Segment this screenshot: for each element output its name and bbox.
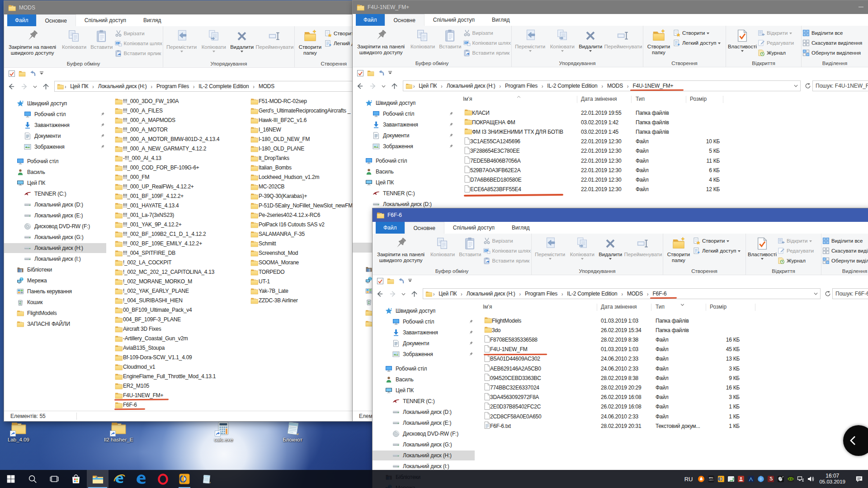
sidebar-item-мережа[interactable]: Мережа	[4, 276, 106, 286]
sidebar-item-flightmodels[interactable]: FlightModels	[4, 308, 106, 318]
opera-button[interactable]	[152, 470, 174, 488]
file-list-item[interactable]: Cloudmod_v1	[115, 362, 249, 372]
start-button[interactable]	[0, 470, 22, 488]
sidebar-item-зображення[interactable]: Зображення	[373, 349, 475, 359]
ribbon-button-open[interactable]: Відкрити	[758, 28, 794, 38]
sidebar-item-василь[interactable]: Василь	[373, 375, 475, 385]
sidebar-item-документи[interactable]: Документи	[373, 338, 475, 348]
file-list-item[interactable]: !_002_YAK_EARLY_PLANE	[115, 286, 249, 296]
sidebar-item-локальний-диск-d:-[interactable]: Локальний диск (D:)	[4, 200, 106, 210]
file-list-item[interactable]: ER2_M105	[115, 381, 249, 391]
sidebar-item-цей-пк[interactable]: Цей ПК	[4, 178, 106, 188]
tr-globe-tray-icon[interactable]	[756, 470, 766, 488]
breadcrumb-item[interactable]: Локальний диск (H:)	[463, 291, 519, 297]
sidebar-item-василь[interactable]: Василь	[353, 167, 455, 177]
breadcrumb-item[interactable]: F4U-1NEW_FM+	[629, 83, 676, 89]
sidebar-item-швидкий-доступ[interactable]: Швидкий доступ	[373, 306, 475, 316]
sidebar-item-панель-керування[interactable]: Панель керування	[4, 286, 106, 296]
ribbon-button-selnone[interactable]: Скасувати виділення	[822, 246, 868, 256]
ribbon-button-newfolder[interactable]: Створити папку	[644, 27, 673, 60]
ribbon-button-copy[interactable]: Копіювати	[60, 27, 89, 60]
sidebar-item-локальний-диск-g:-[interactable]: Локальний диск (G:)	[373, 440, 475, 450]
sidebar-item-швидкий-доступ[interactable]: Швидкий доступ	[353, 98, 455, 108]
file-list-item[interactable]: Gerd's_UltimateReciprocatingAircrafts _	[250, 106, 352, 116]
file-list-item[interactable]: !!!_002_BF_109E_EMILY_4.12.2+	[115, 239, 249, 249]
qat-properties-check[interactable]	[357, 70, 364, 77]
sidebar-item-зображення[interactable]: Зображення	[353, 141, 455, 151]
titlebar[interactable]: F4U-1NEW_FM+	[353, 0, 868, 14]
tab-view[interactable]: Вигляд	[503, 222, 538, 234]
column-header-size[interactable]: Розмір	[690, 96, 707, 102]
task-view-button[interactable]	[43, 470, 65, 488]
desktop-shortcut-il2-hasher-e[interactable]: Il2 hasher_E	[101, 421, 136, 442]
sidebar-item-бібліотеки[interactable]: Бібліотеки	[4, 265, 106, 275]
notepad-button[interactable]	[195, 470, 217, 488]
file-list-item[interactable]: !!!_000_A_MOTOR	[115, 125, 249, 135]
back-button[interactable]	[353, 81, 366, 91]
recent-locations-button[interactable]	[31, 82, 39, 92]
sidebar-item-локальний-диск-i:-[interactable]: Локальний диск (I:)	[4, 254, 106, 264]
sidebar-item-локальний-диск-h:-[interactable]: Локальний диск (H:)	[373, 450, 475, 460]
file-row[interactable]: 2E0D37B85402FC2C26.02.2019 16:08Файл1 КБ	[475, 402, 868, 412]
tr-steel-tray-icon[interactable]	[766, 470, 776, 488]
file-list-item[interactable]: !!!_000_A_MOTOR_BMW-801D-2_4.13.4	[115, 135, 249, 144]
ribbon-button-pin[interactable]: Закріпити на панелі швидкого доступу	[373, 235, 428, 267]
file-list-item[interactable]: I-180_OLD_PLANE	[250, 144, 352, 154]
ribbon-button-paste[interactable]: Вставити	[457, 235, 483, 267]
breadcrumb-item[interactable]: Цей ПК	[67, 83, 91, 89]
file-row[interactable]: 3C1AE55CA124569622.01.2019 12:30Файл10 К…	[455, 137, 868, 146]
file-list-item[interactable]: !!!_000_A_FILES	[115, 106, 249, 116]
sidebar-item-документи[interactable]: Документи	[353, 131, 455, 141]
file-list-item[interactable]: 004_BF_109F-3_PLANE	[115, 315, 249, 324]
file-list-item[interactable]: Italian_Bombs	[250, 163, 352, 173]
file-list-item[interactable]: !!!_000_COD_FOR_BF-109G-6+	[115, 163, 249, 173]
ribbon-button-copyto[interactable]: Копіювати	[547, 27, 577, 60]
ribbon-button-pin[interactable]: Закріпити на панелі швидкого доступу	[354, 27, 408, 60]
file-list-item[interactable]: -Artillery_Coastal_Gun_v2m	[115, 334, 249, 343]
file-list-item[interactable]: Screenshot_Mod	[250, 249, 352, 258]
tab-home[interactable]: Основне	[405, 222, 444, 234]
ribbon-button-pasteshort[interactable]: Вставити ярлик	[463, 48, 511, 58]
ribbon-button-copy[interactable]: Копіювати	[408, 27, 437, 60]
desktop-shortcut-lab-4-09[interactable]: Lab_4.09	[1, 421, 36, 442]
ribbon-button-cut[interactable]: Вирізати	[463, 28, 511, 38]
qat-undo[interactable]	[29, 70, 36, 77]
sidebar-item-василь[interactable]: Василь	[4, 167, 106, 177]
file-row[interactable]: 774BBC32E633702428.02.2019 20:29Файл16 К…	[475, 383, 868, 392]
taskbar-clock[interactable]: 16:07 05.03.2019	[816, 473, 850, 485]
refresh-button[interactable]	[825, 288, 831, 299]
column-header-date[interactable]: Дата змінення	[581, 96, 617, 102]
tr-net-tray-icon[interactable]	[796, 470, 806, 488]
sidebar-item-tenner-c:-[interactable]: TENNER (C:)	[373, 396, 475, 406]
sidebar-item-робочий-стіл[interactable]: Робочий стіл	[4, 156, 106, 166]
file-list-item[interactable]: F6F-6	[115, 400, 249, 410]
tab-file[interactable]: Файл	[356, 14, 385, 26]
sidebar-item-швидкий-доступ[interactable]: Швидкий доступ	[4, 99, 106, 108]
action-center-button[interactable]	[850, 470, 868, 488]
ribbon-button-move[interactable]: Перемістити	[513, 27, 547, 60]
tr-person-tray-icon[interactable]	[736, 470, 746, 488]
file-row[interactable]: 7EDE5B4606B7056A22.01.2019 12:30Файл11 К…	[455, 156, 868, 165]
forward-button[interactable]	[366, 81, 380, 91]
internet-explorer-button[interactable]	[108, 470, 130, 488]
breadcrumb-item[interactable]: Program Files	[153, 83, 192, 89]
sidebar-item-документи[interactable]: Документи	[4, 131, 106, 141]
file-list-item[interactable]: I_16NEW	[250, 125, 352, 135]
file-row[interactable]: ECE6A8523BFF55E422.01.2019 12:30Файл12 К…	[455, 185, 868, 194]
file-list-item[interactable]: Lockheed_Hudson_v1.2m	[250, 173, 352, 182]
forward-button[interactable]	[18, 82, 31, 92]
file-row[interactable]: F4U-1NEW_FM01.03.2019 1:03Файл45 КБ	[475, 345, 868, 354]
file-list-item[interactable]: Yak-7B_Late	[250, 286, 352, 296]
column-header-name[interactable]: Ім'я	[483, 304, 492, 310]
file-row[interactable]: 3DA4563092972F8A26.02.2019 16:08Файл3 КБ	[475, 393, 868, 402]
ribbon-button-pasteshort[interactable]: Вставити ярлик	[115, 48, 162, 58]
qat-undo[interactable]	[377, 70, 385, 77]
ribbon-button-easyaccess[interactable]: Легкий доступ	[693, 246, 741, 256]
sidebar-item-завантаження[interactable]: Завантаження	[353, 120, 455, 130]
file-row[interactable]: 3F288654E3C780EE22.01.2019 12:30Файл5 КБ	[455, 146, 868, 156]
breadcrumb-item[interactable]: IL-2 Complete Edition	[564, 291, 620, 297]
file-row[interactable]: B5A01D44609AC30224.06.2010 2:33Файл13 КБ	[475, 354, 868, 364]
sidebar-item-робочий-стіл[interactable]: Робочий стіл	[373, 317, 475, 327]
file-list-item[interactable]: !!!_001_La-7(3xNS23)	[115, 211, 249, 220]
file-list-item[interactable]: Pe-2series402-4.12.x-RC6	[250, 211, 352, 220]
